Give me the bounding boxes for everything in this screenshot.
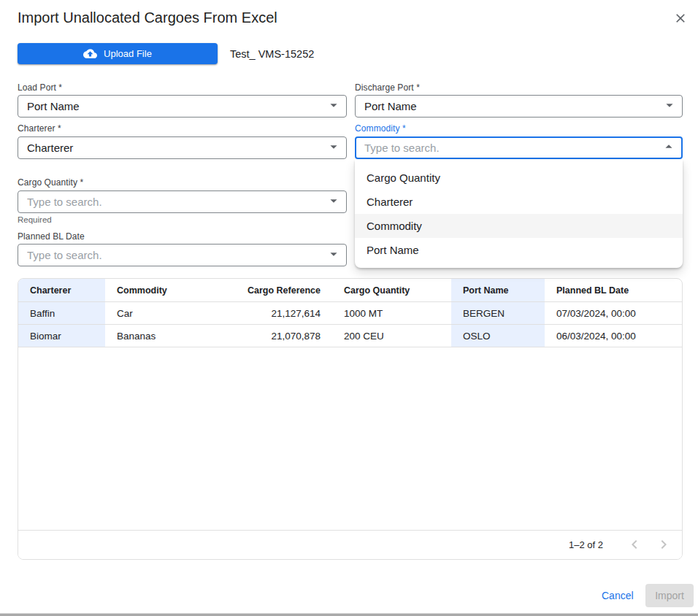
cell-planned-bl-date: 06/03/2024, 00:00: [545, 325, 682, 347]
column-header-commodity: Commodity: [105, 279, 234, 301]
cell-charterer: Biomar: [18, 325, 105, 347]
commodity-label: Commodity *: [355, 123, 406, 134]
caret-down-icon: [661, 97, 678, 115]
cloud-upload-icon: [83, 47, 97, 61]
commodity-combobox[interactable]: [355, 136, 683, 159]
table-row: Biomar Bananas 21,070,878 200 CEU OSLO 0…: [18, 325, 682, 347]
load-port-select[interactable]: Port Name: [18, 95, 347, 118]
column-header-port-name: Port Name: [451, 279, 545, 301]
dropdown-option-cargo-quantity[interactable]: Cargo Quantity: [355, 166, 683, 190]
column-header-charterer: Charterer: [18, 279, 105, 301]
discharge-port-value: Port Name: [364, 100, 417, 112]
close-button[interactable]: [672, 11, 689, 27]
next-page-button[interactable]: [654, 536, 673, 555]
planned-bl-date-label: Planned BL Date: [18, 231, 85, 242]
cancel-button[interactable]: Cancel: [596, 585, 640, 606]
caret-down-icon: [326, 139, 342, 157]
commodity-search-input[interactable]: [364, 138, 661, 158]
uploaded-file-name: Test_ VMS-15252: [230, 48, 314, 60]
chevron-left-icon: [626, 544, 643, 555]
cell-planned-bl-date: 07/03/2024, 00:00: [545, 302, 682, 324]
chevron-right-icon: [655, 544, 672, 555]
import-cargoes-dialog: Import Unallocated Cargoes From Excel Up…: [0, 0, 698, 616]
cell-port-name: OSLO: [451, 325, 545, 347]
pagination-range-label: 1–2 of 2: [569, 539, 603, 550]
cell-cargo-quantity: 200 CEU: [332, 325, 451, 347]
discharge-port-select[interactable]: Port Name: [355, 95, 683, 118]
cell-charterer: Baffin: [18, 302, 105, 324]
upload-file-button[interactable]: Upload File: [18, 43, 218, 64]
cell-cargo-reference: 21,127,614: [234, 302, 332, 324]
import-button[interactable]: Import: [645, 584, 694, 607]
cell-port-name: BERGEN: [451, 302, 545, 324]
cell-commodity: Car: [105, 302, 234, 324]
caret-down-icon: [326, 246, 342, 264]
column-header-planned-bl-date: Planned BL Date: [545, 279, 682, 301]
caret-down-icon: [326, 97, 342, 115]
table-row: Baffin Car 21,127,614 1000 MT BERGEN 07/…: [18, 302, 682, 325]
planned-bl-date-combobox[interactable]: [18, 244, 347, 266]
cargo-preview-table: Charterer Commodity Cargo Reference Carg…: [18, 278, 683, 560]
pagination: 1–2 of 2: [18, 530, 682, 559]
charterer-value: Charterer: [27, 142, 73, 154]
commodity-dropdown-list: Cargo Quantity Charterer Commodity Port …: [355, 160, 683, 268]
cell-cargo-reference: 21,070,878: [234, 325, 332, 347]
window-bottom-edge: [0, 613, 698, 616]
previous-page-button[interactable]: [625, 536, 644, 555]
column-header-cargo-quantity: Cargo Quantity: [332, 279, 451, 301]
cargo-quantity-search-input[interactable]: [27, 191, 326, 212]
caret-down-icon: [326, 193, 342, 211]
column-header-cargo-reference: Cargo Reference: [234, 279, 332, 301]
dialog-title: Import Unallocated Cargoes From Excel: [18, 9, 277, 26]
dropdown-option-port-name[interactable]: Port Name: [355, 238, 683, 262]
upload-button-label: Upload File: [104, 48, 152, 59]
cargo-quantity-helper: Required: [18, 215, 52, 224]
close-icon: [673, 17, 688, 28]
caret-up-icon[interactable]: [661, 139, 677, 157]
dropdown-option-commodity[interactable]: Commodity: [355, 214, 683, 238]
discharge-port-label: Discharge Port *: [355, 82, 420, 93]
planned-bl-date-search-input[interactable]: [27, 245, 326, 266]
charterer-label: Charterer *: [18, 123, 61, 134]
cargo-quantity-label: Cargo Quantity *: [18, 177, 83, 188]
cargo-quantity-combobox[interactable]: [18, 190, 347, 213]
table-header-row: Charterer Commodity Cargo Reference Carg…: [18, 279, 682, 302]
load-port-label: Load Port *: [18, 82, 62, 93]
cell-cargo-quantity: 1000 MT: [332, 302, 451, 324]
load-port-value: Port Name: [27, 100, 80, 112]
dropdown-option-charterer[interactable]: Charterer: [355, 190, 683, 214]
charterer-select[interactable]: Charterer: [18, 136, 347, 159]
cell-commodity: Bananas: [105, 325, 234, 347]
